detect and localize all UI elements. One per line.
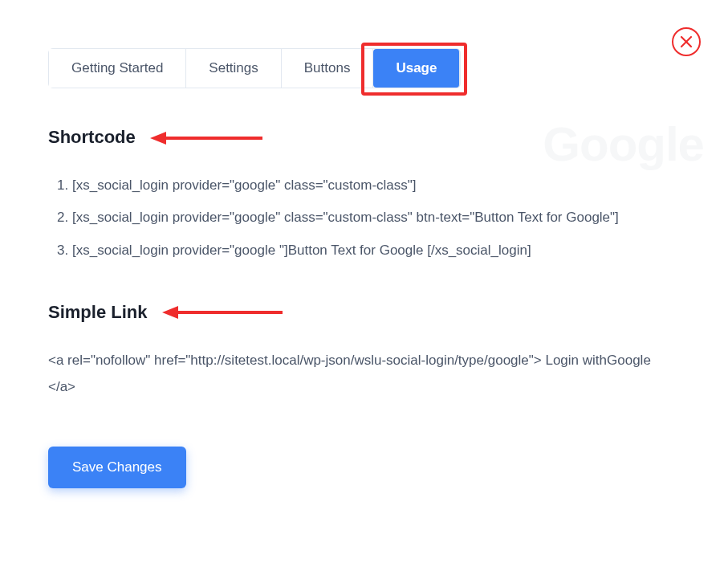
shortcode-list: [xs_social_login provider="google" class… [48,173,680,263]
shortcode-item-2: [xs_social_login provider="google" class… [72,206,680,230]
shortcode-section: Shortcode [xs_social_login provider="goo… [48,127,680,263]
tab-buttons[interactable]: Buttons [282,49,374,88]
simple-link-heading: Simple Link [48,302,147,323]
svg-marker-5 [162,306,178,319]
annotation-arrow-icon [162,303,283,325]
simple-link-section: Simple Link <a rel="nofollow" href="http… [48,302,680,400]
tab-usage[interactable]: Usage [373,49,460,88]
tab-settings[interactable]: Settings [186,49,281,88]
tabs-container: Getting Started Settings Buttons Usage [48,48,461,88]
shortcode-item-3: [xs_social_login provider="google "]Butt… [72,239,680,263]
close-button[interactable] [672,27,701,56]
close-icon [680,35,693,48]
svg-marker-3 [150,132,166,145]
shortcode-item-1: [xs_social_login provider="google" class… [72,173,680,198]
shortcode-heading: Shortcode [48,127,136,148]
tab-getting-started[interactable]: Getting Started [49,49,186,88]
save-changes-button[interactable]: Save Changes [48,447,186,488]
annotation-arrow-icon [150,128,262,151]
simple-link-code: <a rel="nofollow" href="http://sitetest.… [48,348,680,400]
